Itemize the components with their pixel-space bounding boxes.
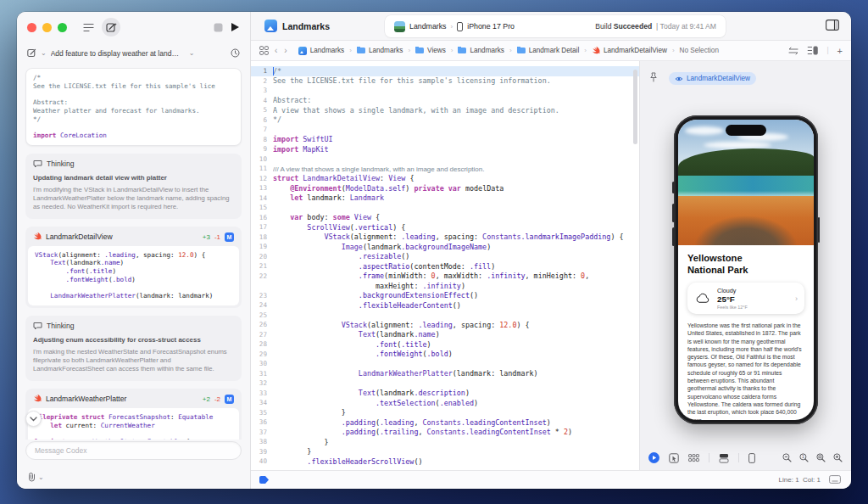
code-line[interactable]: 35 } [251,408,639,418]
code-line[interactable]: 3 [251,86,639,96]
preview-selector-pill[interactable]: LandmarkDetailView [669,72,756,85]
chevron-down-icon[interactable]: ⌄ [38,473,44,481]
code-line[interactable]: 20 .resizable() [251,252,639,262]
keyboard-icon[interactable] [829,475,841,484]
code-line[interactable]: 25 [251,311,639,321]
breadcrumb-item[interactable]: Landmarks [298,47,345,55]
code-line[interactable]: 33 Text(landmark.description) [251,389,639,399]
zoom-in-button[interactable] [833,453,843,462]
message-input[interactable]: Message Codex [25,441,242,460]
chevron-down-icon[interactable]: ⌄ [41,49,47,57]
code-line[interactable]: 4Abstract: [251,96,639,106]
code-line[interactable]: 34 .textSelection(.enabled) [251,398,639,408]
file-change-header[interactable]: LandmarkWeatherPlatter+2-2M [28,391,239,408]
close-window-button[interactable] [27,23,36,32]
prompt-bar[interactable]: ⌄ Add feature to display weather at land… [17,42,250,64]
weather-platter[interactable]: Cloudy 25°F Feels like 12°F › [687,283,804,314]
chevron-down-icon[interactable]: ⌄ [189,49,195,57]
minimize-window-button[interactable] [42,23,52,32]
code-line[interactable]: 1/* [251,66,639,76]
code-line[interactable]: 31 LandmarkWeatherPlatter(landmark: land… [251,369,639,379]
code-line[interactable]: 19 Image(landmark.backgroundImageName) [251,242,639,252]
variants-grid-button[interactable] [688,454,699,462]
new-chat-icon[interactable] [102,18,120,36]
file-change-header[interactable]: LandmarkDetailView+3-1M [28,229,239,246]
file-change-card[interactable]: LandmarkDetailView+3-1MVStack(alignment:… [25,227,242,308]
swap-editor-icon[interactable] [788,47,798,55]
code-line[interactable]: 15 [251,203,639,213]
color-scheme-button[interactable] [719,453,729,463]
code-line[interactable]: 39 } [251,447,639,457]
code-line[interactable]: 23 .backgroundExtensionEffect() [251,291,639,301]
code-line[interactable]: 7 [251,125,639,135]
breadcrumb-item[interactable]: Landmark Detail [517,47,580,54]
device-settings-button[interactable] [748,453,755,463]
code-line[interactable]: 8import SwiftUI [251,135,639,145]
related-items-icon[interactable] [259,46,269,55]
compose-icon[interactable] [27,48,36,58]
thinking-card[interactable]: ThinkingUpdating landmark detail view wi… [25,154,242,219]
forward-button[interactable]: › [284,46,287,55]
code-line[interactable]: 38 } [251,437,639,447]
zoom-100-button[interactable]: 1 [799,453,809,462]
scheme-name[interactable]: Landmarks [409,22,447,31]
project-button[interactable]: Landmarks [264,20,330,32]
code-line[interactable]: 24 .flexibleHeaderContent() [251,300,639,311]
code-line[interactable]: 32 [251,378,639,389]
stop-button[interactable] [214,23,223,32]
run-button[interactable] [231,22,240,32]
code-line[interactable]: 2See the LICENSE.txt file for this sampl… [251,76,639,87]
build-status[interactable]: Build Succeeded | Today at 9:41 AM [595,22,716,31]
code-line[interactable]: 17 ScrollView(.vertical) { [251,222,639,232]
zoom-out-button[interactable] [782,453,792,462]
tag-bookmark-icon[interactable] [259,475,270,484]
prompt-title[interactable]: Add feature to display weather at landma… [51,49,185,58]
back-button[interactable]: ‹ [275,46,277,55]
breadcrumb-item[interactable]: LandmarkDetailView [592,47,667,55]
live-preview-button[interactable] [648,452,659,463]
history-clock-icon[interactable] [231,48,240,58]
code-line[interactable]: 22 .frame(minWidth: 0, maxWidth: .infini… [251,272,639,282]
code-line[interactable]: maxHeight: .infinity) [251,281,639,291]
code-line[interactable]: 28 .font(.title) [251,339,639,350]
code-line[interactable]: 9import MapKit [251,144,639,154]
code-line[interactable]: 12struct LandmarkDetailView: View { [251,174,639,184]
pin-preview-icon[interactable] [649,72,658,82]
breadcrumb-item[interactable]: Landmarks [357,47,403,54]
breadcrumb-item[interactable]: Landmarks [458,47,504,54]
inspector-toggle-icon[interactable] [826,20,839,31]
code-line[interactable]: 36 .padding(.leading, Constants.leadingC… [251,417,639,428]
code-line[interactable]: 6*/ [251,115,639,126]
zoom-window-button[interactable] [58,23,67,32]
code-line[interactable]: 14 let landmark: Landmark [251,193,639,204]
code-line[interactable]: 10 [251,154,639,165]
code-editor[interactable]: 1/*2See the LICENSE.txt file for this sa… [251,61,639,470]
scheme-selector[interactable]: Landmarks › iPhone 17 Pro Build Succeede… [385,15,726,37]
code-line[interactable]: 40 .flexibleHeaderScrollView() [251,456,639,467]
code-line[interactable]: 16 var body: some View { [251,213,639,223]
zoom-fit-button[interactable] [816,453,826,462]
thinking-card[interactable]: ThinkingAdjusting enum accessibility for… [25,316,242,381]
editor-scrollbar[interactable] [633,70,637,144]
code-line[interactable]: 18 VStack(alignment: .leading, spacing: … [251,232,639,243]
code-line[interactable]: 11/// A view that shows a single landmar… [251,164,639,174]
breadcrumb-item[interactable]: Views [415,47,446,54]
conversation-list-icon[interactable] [83,23,94,32]
scroll-to-bottom-button[interactable] [25,411,42,427]
code-line[interactable]: 30 [251,359,639,369]
code-snippet-card[interactable]: /*See the LICENSE.txt file for this samp… [25,68,242,146]
code-line[interactable]: 21 .aspectRatio(contentMode: .fill) [251,261,639,272]
file-change-card[interactable]: LandmarkWeatherPlatter+2-2Mfileprivate s… [25,389,242,440]
code-line[interactable]: 13 @Environment(ModelData.self) private … [251,183,639,193]
editor-options-icon[interactable] [807,46,818,55]
breadcrumb-item[interactable]: No Selection [680,47,719,54]
code-line[interactable]: 27 Text(landmark.name) [251,330,639,340]
run-destination[interactable]: iPhone 17 Pro [467,22,515,31]
selectable-mode-button[interactable] [669,453,679,463]
code-line[interactable]: 37 .padding(.trailing, Constants.leading… [251,428,639,438]
add-editor-icon[interactable]: + [837,46,843,56]
code-line[interactable]: 26 VStack(alignment: .leading, spacing: … [251,320,639,330]
code-line[interactable]: 29 .fontWeight(.bold) [251,350,639,360]
code-line[interactable]: 5A view that shows a single landmark, wi… [251,105,639,115]
attachment-paperclip-icon[interactable] [27,472,36,482]
